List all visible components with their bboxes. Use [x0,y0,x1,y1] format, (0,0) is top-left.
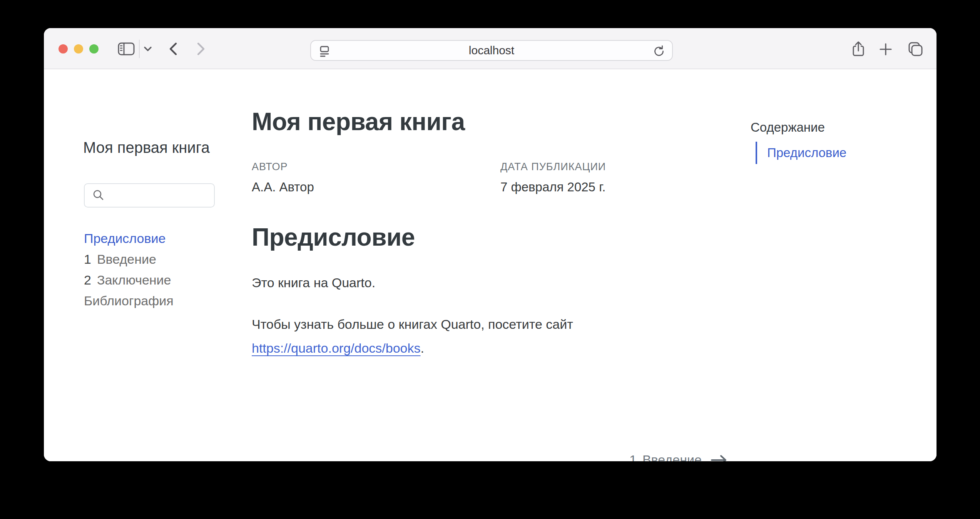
quarto-books-link[interactable]: https://quarto.org/docs/books [252,341,420,355]
sidebar-item-preface[interactable]: Предисловие [84,228,174,249]
page-content: Моя первая книга Предисловие [44,69,937,461]
new-tab-icon[interactable] [878,41,894,57]
search-box[interactable] [84,183,215,208]
search-input[interactable] [109,189,206,202]
page-title: Моя первая книга [252,107,465,136]
next-page-text: 1Введение [629,452,702,461]
toc: Содержание Предисловие [751,120,846,164]
back-icon[interactable] [166,41,181,57]
desktop-background: localhost [0,0,980,519]
minimize-button[interactable] [74,44,83,54]
arrow-right-icon [710,454,728,462]
link-suffix: . [420,341,424,355]
section-title: Предисловие [252,223,415,251]
toc-item-preface[interactable]: Предисловие [756,142,846,164]
author-block: АВТОР А.А. Автор [252,161,314,194]
sidebar-nav: Предисловие 1Введение 2Заключение Библио… [84,228,174,311]
reload-icon[interactable] [651,44,667,59]
url-text: localhost [311,44,672,57]
toc-header: Содержание [751,120,846,135]
browser-window: localhost [44,28,937,461]
next-page-link[interactable]: 1Введение [629,452,728,461]
toolbar-divider [139,40,140,58]
sidebar-item-bibliography[interactable]: Библиография [84,290,174,311]
date-value: 7 февраля 2025 г. [500,180,606,194]
book-title: Моя первая книга [83,136,210,159]
tab-overview-icon[interactable] [905,40,924,58]
search-icon [92,189,104,202]
paragraph-text: Чтобы узнать больше о книгах Quarto, пос… [252,312,629,336]
paragraph: Чтобы узнать больше о книгах Quarto, пос… [252,312,629,360]
author-value: А.А. Автор [252,180,314,194]
sidebar-toggle-icon[interactable] [118,42,135,55]
close-button[interactable] [59,44,68,54]
browser-toolbar: localhost [44,28,937,69]
sidebar-item-conclusion[interactable]: 2Заключение [84,270,174,290]
url-bar[interactable]: localhost [310,40,673,61]
date-block: ДАТА ПУБЛИКАЦИИ 7 февраля 2025 г. [500,161,606,194]
chevron-down-icon[interactable] [142,45,153,53]
sidebar-item-introduction[interactable]: 1Введение [84,249,174,270]
paragraph: Это книга на Quarto. [252,275,375,290]
author-label: АВТОР [252,161,314,173]
forward-icon[interactable] [193,41,209,57]
zoom-button[interactable] [89,44,99,54]
share-icon[interactable] [850,40,867,58]
date-label: ДАТА ПУБЛИКАЦИИ [500,161,606,173]
